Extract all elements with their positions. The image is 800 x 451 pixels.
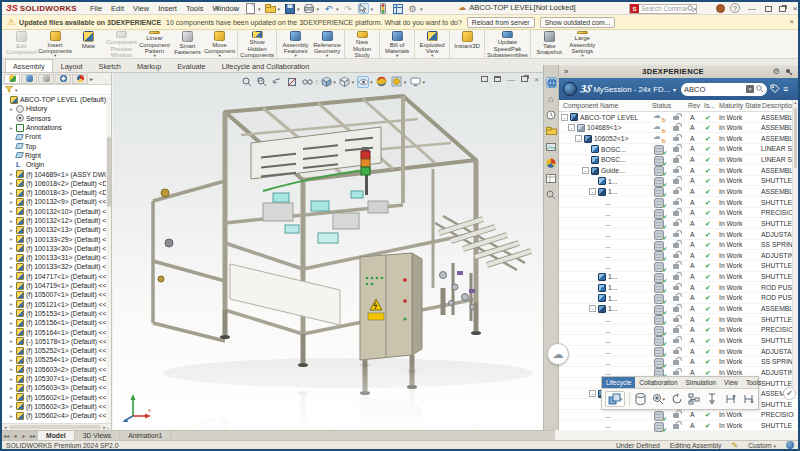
tabs-scroll-right-icon[interactable]: ▸ <box>20 431 29 440</box>
component-row[interactable]: 1... A ✔ In Work ROD PUSHE <box>559 293 798 304</box>
component-row[interactable]: ... A ✔ In Work ADJUSTING <box>559 250 798 261</box>
row-expand-icon[interactable]: - <box>589 188 596 195</box>
tree-item[interactable]: ▸ (f) 105252<1> (Default) <<Defa <box>2 346 111 355</box>
view-orientation-dropdown-icon[interactable]: ▾ <box>333 79 336 85</box>
row-expand-icon[interactable] <box>582 146 589 153</box>
row-expand-icon[interactable]: - <box>582 167 589 174</box>
tree-vertical-scrollbar[interactable] <box>106 97 111 423</box>
reload-from-server-button[interactable]: Reload from server <box>467 17 535 28</box>
tabs-scroll-last-icon[interactable]: ▸▸ <box>29 431 38 440</box>
tree-item[interactable]: ▸ (f) 104689<1> (ASSY DWG) <Dis <box>2 169 111 178</box>
row-expand-icon[interactable] <box>596 220 603 227</box>
tree-item[interactable]: ▸ (f) 105307<1> (Default) <Default <box>2 374 111 383</box>
view-palette-tab-icon[interactable] <box>546 141 557 152</box>
platform-globe-icon[interactable] <box>563 82 577 96</box>
row-expand-icon[interactable] <box>589 284 596 291</box>
component-row[interactable]: BOSC... A ✔ In Work LINEAR SLI <box>559 144 798 155</box>
component-row[interactable]: - 1... A ✔ In Work ASSEMBLY, <box>559 304 798 315</box>
component-row[interactable]: 1... A ✔ In Work SHUTTLE C <box>559 272 798 283</box>
command-tab[interactable]: Sketch <box>91 59 129 72</box>
component-row[interactable]: ... A ✔ In Work PRECISION <box>559 208 798 219</box>
tabs-scroll-left-icon[interactable]: ◂ <box>11 431 20 440</box>
panel-tab[interactable]: Collaboration <box>635 377 681 388</box>
open-icon[interactable] <box>265 3 276 14</box>
tab-display-manager[interactable] <box>72 74 88 84</box>
undo-icon[interactable]: ↶ <box>323 3 334 14</box>
tree-item[interactable]: ▸ (f) 105007<1> (Default) <<Defa <box>2 290 111 299</box>
ribbon-button[interactable]: Assembly Features ▾ <box>279 30 312 58</box>
component-row[interactable]: - 104689<1> A ✔ In Work ASSEMBLY, <box>559 123 798 134</box>
tree-filter[interactable]: ▾ <box>2 85 111 95</box>
user-avatar[interactable] <box>716 4 725 13</box>
model-tab[interactable]: Animation1 <box>120 431 171 440</box>
ribbon-button[interactable]: Edit Component ▾ <box>5 30 38 58</box>
custom-properties-tab-icon[interactable] <box>546 173 557 184</box>
tree-item[interactable]: Sensors <box>2 114 111 123</box>
demote-icon[interactable] <box>741 392 755 406</box>
ribbon-button[interactable]: Take Snapshot ▾ <box>533 30 566 58</box>
tree-item[interactable]: ▸ (f) 105602<4> (Default) <<Defa <box>2 411 111 420</box>
structure-icon[interactable] <box>687 392 701 406</box>
apply-scene-icon[interactable] <box>391 76 403 88</box>
component-row[interactable]: 1... A ✔ In Work ROD PUSHE <box>559 282 798 293</box>
doc-minimize-icon[interactable]: — <box>507 75 515 84</box>
cad-model[interactable] <box>113 73 543 430</box>
tab-property-manager[interactable] <box>21 74 37 84</box>
tree-item[interactable]: ▸ (f) 106018<2> (Default) <Default <box>2 179 111 188</box>
dynamic-annotation-icon[interactable] <box>301 76 313 88</box>
display-style-dropdown-icon[interactable]: ▾ <box>352 79 355 85</box>
display-style-icon[interactable] <box>339 76 351 88</box>
open-dropdown-icon[interactable]: ▾ <box>278 6 281 12</box>
row-expand-icon[interactable]: - <box>568 124 575 131</box>
restore-button[interactable] <box>776 3 788 14</box>
options-dropdown-icon[interactable]: ▾ <box>420 6 423 12</box>
row-expand-icon[interactable]: - <box>589 305 596 312</box>
session-chevron-icon[interactable]: ▾ <box>673 86 676 93</box>
ribbon-button[interactable]: Component Preview Window ▾ <box>105 30 138 58</box>
component-row[interactable]: ... A ✔ In Work SHUTTLE PI <box>559 197 798 208</box>
component-row[interactable]: ... A ✔ In Work SHUTTLE PI <box>559 314 798 325</box>
component-row[interactable]: 1... A ✔ In Work SHUTTLE C <box>559 176 798 187</box>
component-row[interactable]: ... A ✔ In Work ADJUSTABL <box>559 346 798 357</box>
tree-item[interactable]: ▸ (f) 105603<2> (Default) <<Defa <box>2 365 111 374</box>
tree-item[interactable]: ▸ (f) 105153<1> (Default) <<Defa <box>2 309 111 318</box>
graphics-viewport[interactable]: | ▾ ▾ ▾ ▾ ▾ — × <box>113 73 543 430</box>
row-expand-icon[interactable] <box>589 178 596 185</box>
doc-close-icon[interactable]: × <box>534 75 539 84</box>
row-expand-icon[interactable] <box>596 359 603 366</box>
row-expand-icon[interactable] <box>589 273 596 280</box>
ribbon-button[interactable]: Linear Component Pattern ▾ <box>138 30 171 58</box>
ribbon-button[interactable]: New Motion Study ▾ <box>347 30 380 58</box>
tree-item[interactable]: ▸ (f) 100132<9> (Default) <<Defa <box>2 197 111 206</box>
component-row[interactable]: ... A ✔ In Work SHUTTLE PI <box>559 335 798 346</box>
tree-item[interactable]: ▸ (f) 104719<1> (Default) <<Defa <box>2 281 111 290</box>
col-component-name[interactable]: Component Name <box>563 102 618 109</box>
component-row[interactable]: ... A ✔ In Work PRECISION <box>559 325 798 336</box>
tile-window-icon[interactable] <box>494 75 501 84</box>
zoom-to-fit-icon[interactable] <box>241 76 253 88</box>
units-selector[interactable]: Custom ▾ <box>748 442 776 449</box>
tree-item[interactable]: Front <box>2 132 111 141</box>
row-expand-icon[interactable] <box>582 156 589 163</box>
explore-icon[interactable]: ▾ <box>652 392 666 406</box>
col-description[interactable]: Description <box>762 102 796 109</box>
zoom-to-area-icon[interactable] <box>256 76 268 88</box>
tree-item[interactable]: ▸ (f) 104717<1> (Default) <<Defa <box>2 272 111 281</box>
row-expand-icon[interactable]: - <box>589 390 596 397</box>
previous-view-icon[interactable] <box>271 76 283 88</box>
tree-item[interactable]: ▸ (f) 100133<29> (Default) <<Defa <box>2 234 111 243</box>
row-expand-icon[interactable] <box>596 316 603 323</box>
panel-menu-icon[interactable]: ≡ <box>783 84 788 94</box>
save-icon[interactable] <box>284 3 295 14</box>
pin-panel-icon[interactable] <box>785 68 793 76</box>
tree-item[interactable]: ▸ (f) 100132<13> (Default) <<Defa <box>2 225 111 234</box>
menu-item[interactable]: Tools <box>186 4 204 13</box>
menu-item[interactable]: Insert <box>158 4 177 13</box>
tree-item[interactable]: Right <box>2 151 111 160</box>
menu-item[interactable]: View <box>133 4 149 13</box>
view-orientation-icon[interactable] <box>320 76 332 88</box>
window-layout-button[interactable] <box>762 3 774 14</box>
new-document-icon[interactable] <box>245 3 256 14</box>
component-row[interactable]: ... A ✔ In Work SS SPRING <box>559 240 798 251</box>
row-expand-icon[interactable] <box>596 422 603 429</box>
